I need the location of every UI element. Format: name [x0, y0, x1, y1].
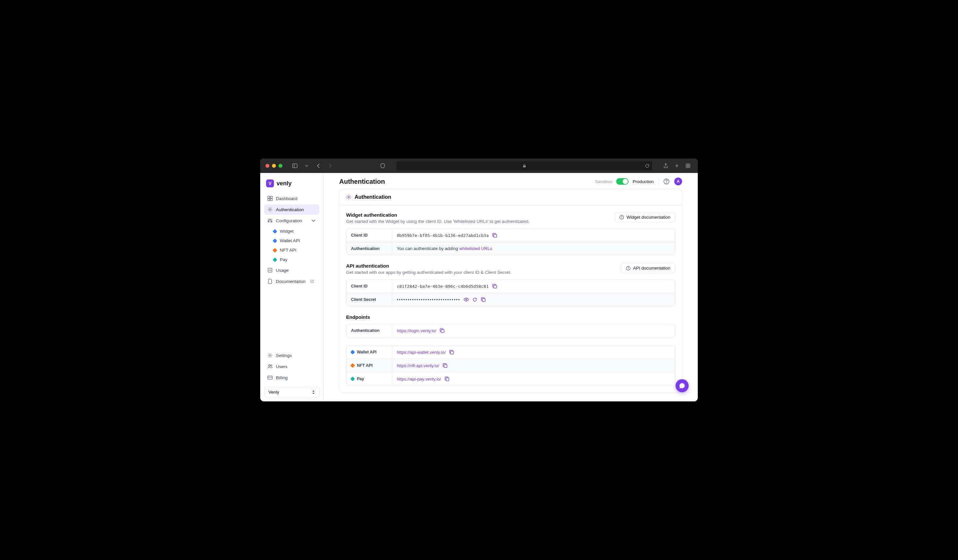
table-row: NFT API https://nft-api.venly.io/ — [346, 359, 675, 372]
svg-point-29 — [348, 196, 349, 198]
nav-label: Dashboard — [276, 196, 297, 201]
client-id-value: 0b959b7e-bf05-4b1b-b136-ed27abd1cb3a — [397, 233, 489, 238]
copy-icon[interactable] — [449, 350, 454, 355]
svg-point-16 — [270, 219, 271, 220]
svg-rect-25 — [268, 376, 272, 379]
whitelisted-urls-link[interactable]: whitelisted URLs — [459, 246, 492, 251]
sidebar-item-wallet-api[interactable]: Wallet API — [270, 236, 319, 245]
sidebar-toggle-icon[interactable] — [290, 161, 300, 170]
svg-point-15 — [268, 221, 269, 222]
tabs-icon[interactable] — [684, 161, 693, 170]
diamond-icon — [273, 257, 277, 262]
sliders-icon — [267, 218, 273, 223]
endpoint-url[interactable]: https://api-wallet.venly.io/ — [397, 350, 446, 355]
config-submenu: Widget Wallet API NFT API Pay — [264, 226, 319, 264]
endpoint-url[interactable]: https://api-pay.venly.io/ — [397, 376, 441, 381]
sidebar-item-pay[interactable]: Pay — [270, 255, 319, 264]
diamond-icon — [273, 238, 277, 243]
nav-label: Widget — [280, 229, 293, 234]
svg-rect-8 — [270, 196, 272, 198]
nav-label: Wallet API — [280, 238, 300, 243]
back-icon[interactable] — [314, 161, 323, 170]
section-title: Widget authentication — [346, 212, 530, 218]
copy-icon[interactable] — [444, 376, 450, 381]
nav-label: Configuration — [276, 218, 302, 223]
client-secret-value: ••••••••••••••••••••••••••••• — [397, 297, 460, 302]
share-icon[interactable] — [661, 161, 670, 170]
address-bar[interactable] — [397, 161, 652, 170]
maximize-window[interactable] — [279, 164, 282, 168]
main-content: Authentication Sandbox Production A — [324, 173, 698, 402]
widget-doc-button[interactable]: Widget documentation — [614, 212, 675, 222]
nav-label: Billing — [276, 375, 288, 380]
api-doc-button[interactable]: API documentation — [621, 263, 675, 273]
sidebar-item-documentation[interactable]: Documentation — [264, 276, 319, 286]
section-desc: Get started with the Widget by using the… — [346, 219, 530, 224]
refresh-icon[interactable] — [472, 297, 477, 302]
endpoints-title: Endpoints — [346, 314, 675, 320]
svg-rect-37 — [494, 285, 496, 288]
sidebar-item-billing[interactable]: Billing — [264, 372, 319, 383]
sandbox-label: Sandbox — [595, 179, 612, 184]
info-icon — [619, 215, 624, 220]
env-toggle[interactable] — [616, 178, 628, 185]
help-icon[interactable] — [663, 178, 670, 185]
copy-icon[interactable] — [481, 297, 486, 302]
avatar[interactable]: A — [674, 177, 682, 185]
page-title: Authentication — [339, 178, 385, 185]
chat-icon — [679, 383, 685, 389]
svg-point-24 — [271, 365, 272, 366]
card-header: Authentication — [339, 189, 682, 206]
sidebar-item-usage[interactable]: Usage — [264, 265, 319, 275]
svg-rect-7 — [268, 196, 270, 198]
sidebar-item-users[interactable]: Users — [264, 361, 319, 372]
diamond-icon — [351, 376, 355, 381]
org-selector[interactable]: Venly — [264, 387, 319, 397]
svg-rect-3 — [686, 164, 688, 166]
svg-rect-4 — [688, 164, 690, 166]
logo[interactable]: V venly — [264, 178, 319, 193]
button-label: Widget documentation — [627, 215, 670, 220]
diamond-icon — [351, 363, 355, 368]
diamond-icon — [351, 350, 355, 354]
sidebar-item-configuration[interactable]: Configuration — [264, 215, 319, 226]
cell-label: Client Secret — [346, 293, 392, 306]
endpoints-table: Authentication https://login.venly.io/ — [346, 324, 675, 337]
auth-text: You can authenticate by adding whitelist… — [397, 246, 492, 251]
document-icon — [267, 279, 273, 284]
table-row: Client ID 0b959b7e-bf05-4b1b-b136-ed27ab… — [346, 229, 675, 242]
copy-icon[interactable] — [492, 283, 497, 289]
org-name: Venly — [268, 390, 279, 394]
chevron-down-icon[interactable] — [302, 161, 311, 170]
copy-icon[interactable] — [443, 363, 448, 368]
refresh-icon[interactable] — [645, 163, 649, 168]
diamond-icon — [273, 229, 277, 233]
table-row: Pay https://api-pay.venly.io/ — [346, 372, 675, 385]
external-link-icon — [310, 279, 314, 283]
svg-point-17 — [271, 221, 272, 222]
minimize-window[interactable] — [272, 164, 276, 168]
sidebar-item-dashboard[interactable]: Dashboard — [264, 193, 319, 204]
sidebar-item-settings[interactable]: Settings — [264, 350, 319, 361]
sidebar-item-nft-api[interactable]: NFT API — [270, 245, 319, 255]
copy-icon[interactable] — [439, 328, 445, 333]
nav-label: Settings — [276, 353, 292, 358]
dashboard-icon — [267, 196, 273, 201]
eye-icon[interactable] — [464, 297, 469, 302]
endpoint-url[interactable]: https://nft-api.venly.io/ — [397, 363, 439, 368]
environment-toggle: Sandbox Production — [595, 178, 654, 185]
close-window[interactable] — [265, 164, 270, 168]
chat-fab[interactable] — [676, 379, 688, 392]
copy-icon[interactable] — [492, 233, 497, 238]
users-icon — [267, 364, 273, 369]
diamond-icon — [273, 248, 277, 252]
endpoint-url[interactable]: https://login.venly.io/ — [397, 328, 436, 333]
sidebar-item-authentication[interactable]: Authentication — [264, 204, 319, 215]
new-tab-icon[interactable] — [672, 161, 682, 170]
widget-section-head: Widget authentication Get started with t… — [346, 212, 675, 224]
svg-rect-40 — [441, 330, 444, 332]
sidebar-item-widget[interactable]: Widget — [270, 226, 319, 236]
auth-card: Authentication Widget authentication Get… — [339, 188, 682, 392]
svg-point-11 — [270, 209, 271, 210]
shield-icon[interactable] — [378, 161, 387, 170]
